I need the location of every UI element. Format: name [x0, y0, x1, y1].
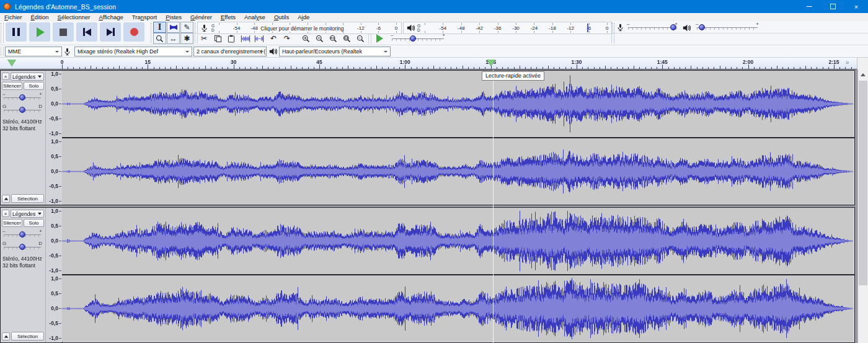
draw-tool-button[interactable]: ✎: [180, 22, 193, 33]
solo-button[interactable]: Solo: [24, 219, 44, 227]
toolbar-grip[interactable]: [611, 23, 614, 43]
toolbar-grip[interactable]: [1, 23, 4, 43]
channel-divider: [62, 137, 854, 138]
close-button[interactable]: ×: [844, 0, 868, 13]
meter-scale-label: -6: [376, 25, 381, 31]
copy-button[interactable]: [211, 33, 224, 44]
slider-thumb[interactable]: [410, 35, 416, 42]
slider-thumb[interactable]: [699, 24, 705, 30]
collapse-track-button[interactable]: [2, 332, 10, 341]
menu-effets[interactable]: Effets: [216, 14, 240, 20]
skip-end-button[interactable]: [100, 22, 121, 42]
timeshift-tool-button[interactable]: ↔: [167, 33, 180, 44]
silence-button[interactable]: [253, 33, 265, 44]
track-close-button[interactable]: ×: [2, 210, 9, 217]
record-volume-slider[interactable]: –+: [628, 22, 676, 33]
pan-slider[interactable]: GD: [4, 104, 41, 115]
trim-button[interactable]: [239, 33, 252, 44]
toolbar-grip[interactable]: [368, 34, 371, 43]
waveform-channel-2[interactable]: [62, 275, 853, 342]
mute-button[interactable]: Silencer: [2, 219, 22, 227]
gain-slider[interactable]: –+: [4, 92, 41, 103]
playback-meter[interactable]: GD-54-48-42-36-30-24-18-12-60: [403, 22, 613, 34]
menu-pistes[interactable]: Pistes: [161, 14, 186, 20]
menu-analyse[interactable]: Analyse: [240, 14, 270, 20]
record-button[interactable]: [123, 22, 144, 42]
track-name-button[interactable]: Légendes d': [11, 73, 44, 81]
toolbar-grip[interactable]: [1, 47, 4, 55]
meter-scale-label: -18: [549, 25, 556, 31]
multi-tool-button[interactable]: ✱: [180, 33, 193, 44]
play-at-speed-icon: [376, 34, 383, 43]
zoom-tool-button[interactable]: [153, 33, 166, 44]
quick-play-pin-icon[interactable]: [7, 60, 16, 66]
zoom-toggle-button[interactable]: [354, 33, 366, 44]
zoom-selection-button[interactable]: [327, 33, 339, 44]
menu-generer[interactable]: Générer: [186, 14, 216, 20]
menu-aide[interactable]: Aide: [293, 14, 314, 20]
input-device-select[interactable]: Mixage stéréo (Realtek High Def: [74, 47, 192, 56]
track-name-button[interactable]: Légendes d': [11, 210, 44, 218]
output-device-select[interactable]: Haut-parleur/Ecouteurs (Realtek: [279, 47, 391, 56]
input-channels-select[interactable]: 2 canaux d'enregistrement (: [193, 47, 267, 56]
menu-selectionner[interactable]: Sélectionner: [53, 14, 95, 20]
audacity-app-icon: [4, 3, 11, 10]
menu-fichier[interactable]: Fichier: [0, 14, 27, 20]
minimize-button[interactable]: [797, 0, 821, 13]
undo-button[interactable]: ↶: [267, 33, 280, 44]
scrollbar-thumb[interactable]: [859, 81, 867, 285]
track-close-button[interactable]: ×: [2, 73, 9, 80]
selection-button[interactable]: Sélection: [11, 332, 44, 341]
play-button[interactable]: [29, 22, 50, 42]
vertical-scrollbar[interactable]: [857, 69, 868, 343]
slider-thumb[interactable]: [19, 107, 25, 113]
menu-affichage[interactable]: Affichage: [94, 14, 127, 20]
selection-button[interactable]: Sélection: [11, 194, 44, 203]
play-speed-slider[interactable]: –+: [392, 33, 444, 44]
skip-start-button[interactable]: [76, 22, 97, 42]
meter-monitor-message[interactable]: Cliquer pour démarrer le monitoring: [258, 25, 346, 32]
vertical-ruler[interactable]: 1,00,50,0-0,5-1,01,00,50,0-0,5-1,0: [45, 71, 63, 205]
restore-button[interactable]: [821, 0, 844, 13]
zoom-out-button[interactable]: [313, 33, 326, 44]
recording-meter[interactable]: GD-54-48-12-60Cliquer pour démarrer le m…: [197, 22, 402, 34]
slider-min-label: –: [391, 32, 393, 38]
solo-button[interactable]: Solo: [24, 82, 44, 90]
slider-thumb[interactable]: [19, 94, 25, 100]
playback-volume-slider[interactable]: –+: [697, 22, 758, 33]
meter-tick: [607, 31, 608, 33]
cut-button[interactable]: ✂: [198, 33, 210, 44]
menu-transport[interactable]: Transport: [128, 14, 161, 20]
menu-outils[interactable]: Outils: [270, 14, 293, 20]
waveform-channel-1[interactable]: [62, 208, 853, 274]
selection-tool-button[interactable]: I: [153, 22, 166, 33]
play-at-speed-button[interactable]: [372, 33, 386, 43]
paste-button[interactable]: [225, 33, 237, 44]
slider-thumb[interactable]: [19, 231, 25, 238]
mute-button[interactable]: Silencer: [2, 82, 22, 90]
host-select[interactable]: MME: [5, 47, 62, 56]
stop-button[interactable]: [53, 22, 74, 42]
audacity-window: Légendes d'Automne_BS_session × FichierÉ…: [0, 0, 868, 343]
zoom-fit-button[interactable]: [340, 33, 353, 44]
meter-tick: [589, 23, 590, 25]
pause-button[interactable]: [6, 22, 27, 42]
slider-thumb[interactable]: [19, 244, 25, 250]
redo-button[interactable]: ↷: [281, 33, 293, 44]
timeline-ruler[interactable]: 01530451:001:151:301:452:002:15»: [0, 58, 868, 69]
vertical-ruler[interactable]: 1,00,50,0-0,5-1,01,00,50,0-0,5-1,0: [45, 208, 63, 342]
envelope-tool-button[interactable]: [167, 22, 180, 33]
collapse-track-button[interactable]: [2, 195, 10, 203]
waveform-channel-2[interactable]: [62, 138, 853, 205]
menu-edition[interactable]: Édition: [27, 14, 53, 20]
menu-bar: FichierÉditionSélectionnerAffichageTrans…: [0, 13, 868, 22]
ruler-tick: [59, 89, 61, 89]
slider-thumb[interactable]: [670, 24, 676, 30]
scrollbar-up-button[interactable]: [858, 69, 868, 79]
waveform-channel-1[interactable]: [62, 71, 853, 137]
device-toolbar: MME Mixage stéréo (Realtek High Def 2 ca…: [0, 45, 868, 58]
gain-slider[interactable]: –+: [4, 229, 41, 240]
quick-play-marker-icon[interactable]: [487, 60, 495, 66]
zoom-in-button[interactable]: [299, 33, 312, 44]
pan-slider[interactable]: GD: [4, 241, 41, 252]
